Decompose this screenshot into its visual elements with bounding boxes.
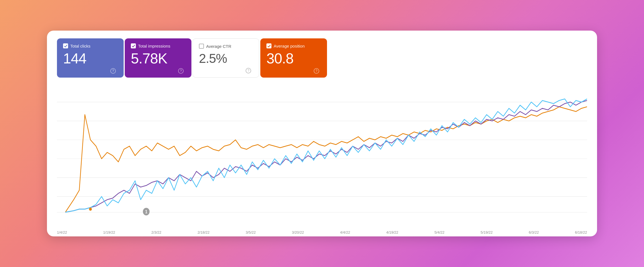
- x-label-0: 1/4/22: [57, 230, 67, 234]
- main-card: Total clicks 144 ? Total impressions 5.7…: [47, 31, 597, 236]
- metric-value-impressions: 5.78K: [131, 51, 184, 66]
- chart-svg: 1: [57, 83, 587, 228]
- x-label-2: 2/3/22: [151, 230, 161, 234]
- chart-area: 1 1/4/22 1/19/22 2/3/22 2/18/22 3/5/22 3…: [47, 78, 597, 236]
- checkbox-avg-ctr[interactable]: [199, 44, 204, 49]
- metric-value-clicks: 144: [63, 51, 116, 66]
- x-label-10: 6/3/22: [529, 230, 539, 234]
- x-label-8: 5/4/22: [435, 230, 445, 234]
- metric-header-position: Average position: [266, 43, 319, 48]
- x-label-5: 3/20/22: [292, 230, 304, 234]
- metric-value-position: 30.8: [266, 51, 319, 66]
- checkbox-total-impressions[interactable]: [131, 43, 136, 48]
- metric-tile-total-impressions[interactable]: Total impressions 5.78K ?: [125, 38, 191, 78]
- annotation-label: 1: [145, 209, 147, 214]
- blue-line: [65, 99, 587, 212]
- x-label-7: 4/19/22: [386, 230, 398, 234]
- metric-tile-avg-ctr[interactable]: Average CTR 2.5% ?: [193, 38, 259, 78]
- x-label-9: 5/19/22: [481, 230, 493, 234]
- help-icon-clicks[interactable]: ?: [110, 68, 116, 74]
- metric-header-ctr: Average CTR: [199, 44, 251, 49]
- x-label-11: 6/18/22: [575, 230, 587, 234]
- x-label-6: 4/4/22: [340, 230, 350, 234]
- x-label-4: 3/5/22: [246, 230, 256, 234]
- metrics-row: Total clicks 144 ? Total impressions 5.7…: [47, 31, 597, 78]
- help-icon-ctr[interactable]: ?: [246, 68, 251, 73]
- metric-tile-total-clicks[interactable]: Total clicks 144 ?: [57, 38, 124, 78]
- help-icon-position[interactable]: ?: [314, 68, 319, 74]
- data-dot-orange: [89, 207, 92, 211]
- x-label-3: 2/18/22: [198, 230, 209, 234]
- checkbox-total-clicks[interactable]: [63, 43, 68, 48]
- help-icon-impressions[interactable]: ?: [178, 68, 184, 74]
- checkbox-avg-position[interactable]: [266, 43, 271, 48]
- metric-header-clicks: Total clicks: [63, 43, 116, 48]
- x-axis-labels: 1/4/22 1/19/22 2/3/22 2/18/22 3/5/22 3/2…: [57, 230, 587, 234]
- metric-value-ctr: 2.5%: [199, 51, 251, 66]
- metric-label-ctr: Average CTR: [206, 44, 231, 49]
- metric-label-impressions: Total impressions: [138, 44, 170, 48]
- metric-label-position: Average position: [274, 44, 304, 48]
- x-label-1: 1/19/22: [103, 230, 115, 234]
- metric-tile-avg-position[interactable]: Average position 30.8 ?: [260, 38, 327, 78]
- metric-header-impressions: Total impressions: [131, 43, 184, 48]
- metric-label-clicks: Total clicks: [70, 44, 91, 48]
